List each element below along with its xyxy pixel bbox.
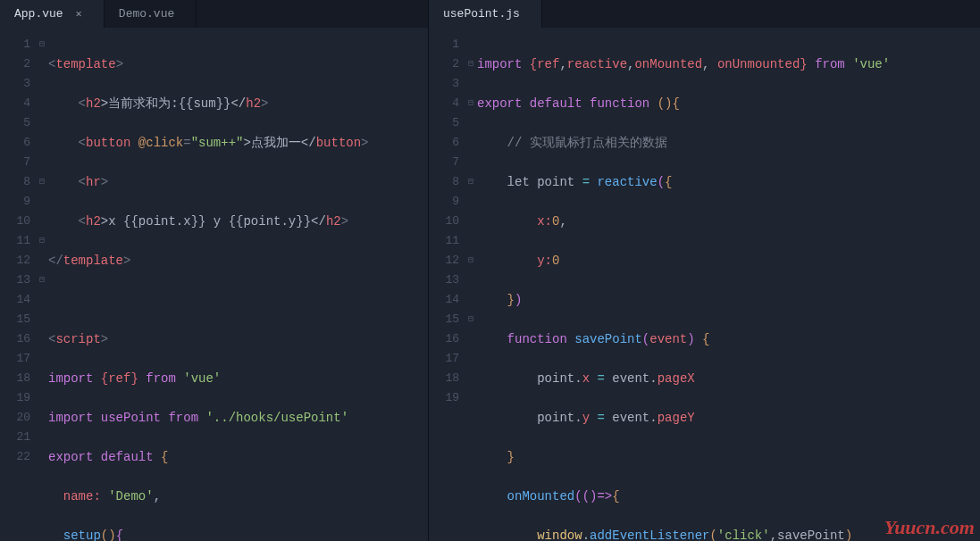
tab-label: App.vue [14,7,63,21]
tab-label: usePoint.js [443,7,520,21]
code-content[interactable]: import {ref,reactive,onMounted, onUnmoun… [477,35,980,541]
line-gutter: 12345678910111213141516171819202122 [0,35,36,541]
tab-demo-vue[interactable]: Demo.vue [105,0,197,28]
close-icon[interactable]: ✕ [76,9,82,20]
fold-gutter: ⊟⊟⊟⊟ [36,35,48,541]
tab-usepoint-js[interactable]: usePoint.js [429,0,542,28]
tabbar-right: usePoint.js [429,0,980,28]
editor-pane-right: usePoint.js 1234567891011121314151617181… [429,0,980,541]
fold-gutter: ⊟⊟⊟⊟⊟ [465,35,477,541]
code-editor-left[interactable]: 12345678910111213141516171819202122 ⊟⊟⊟⊟… [0,28,428,541]
code-content[interactable]: <template> <h2>当前求和为:{{sum}}</h2> <butto… [48,35,428,541]
tab-app-vue[interactable]: App.vue ✕ [0,0,105,28]
line-gutter: 12345678910111213141516171819 [429,35,465,541]
editor-pane-left: App.vue ✕ Demo.vue 123456789101112131415… [0,0,429,541]
code-editor-right[interactable]: 12345678910111213141516171819 ⊟⊟⊟⊟⊟ impo… [429,28,980,541]
tab-label: Demo.vue [119,7,174,21]
watermark: Yuucn.com [884,516,975,539]
tabbar-left: App.vue ✕ Demo.vue [0,0,428,28]
